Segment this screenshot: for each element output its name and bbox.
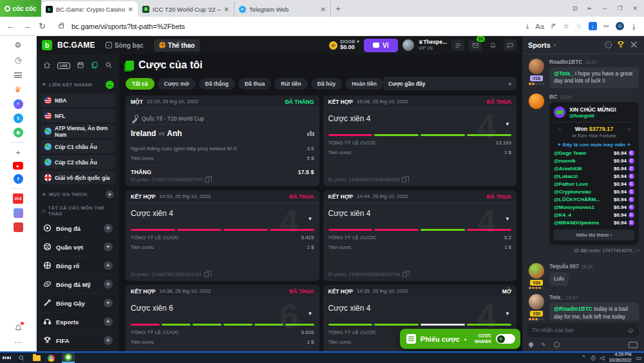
- rain-winner-row[interactable]: @BRANDOjankins$0.94C: [554, 220, 634, 226]
- chat-input[interactable]: Tin nhắn của bạn ☺: [527, 323, 639, 337]
- sidebar-sport-esports[interactable]: Esports+: [41, 313, 115, 331]
- taskbar-clock[interactable]: 4:29 PM10/26/2022: [609, 352, 631, 363]
- coccoc-menu-button[interactable]: cốc cốc: [0, 0, 41, 17]
- taskbar-search-icon[interactable]: [17, 354, 26, 362]
- info-icon[interactable]: !: [605, 41, 612, 48]
- bet-card-combo[interactable]: KẾT HỢP14:53, 25 thg 10, 2022ĐÃ THUA Cượ…: [126, 190, 319, 281]
- wallet-button[interactable]: Ví: [364, 39, 397, 52]
- filter-pill[interactable]: Cược mở: [158, 78, 196, 90]
- sidebar-sport-fifa[interactable]: FIFA+: [41, 331, 115, 350]
- sidebar-quick-link[interactable]: Cúp C2 châu Âu: [41, 155, 115, 169]
- chat-toggle-icon[interactable]: [504, 39, 516, 51]
- sidebar-sport-bóng-đá[interactable]: Bóng đá+: [41, 219, 115, 238]
- coccoc-taskbar-icon[interactable]: [62, 353, 75, 363]
- start-button[interactable]: [3, 354, 11, 362]
- browser-tab-telegram[interactable]: ▸Telegram Web✕: [234, 1, 331, 17]
- file-explorer-icon[interactable]: [32, 354, 41, 362]
- network-icon[interactable]: ⎙: [591, 355, 595, 362]
- volume-icon[interactable]: ◁: [600, 355, 605, 361]
- chevron-right-icon[interactable]: ›: [554, 41, 556, 48]
- avatar[interactable]: [529, 93, 544, 109]
- close-chat-icon[interactable]: ✕: [630, 39, 638, 51]
- my-bets-icon[interactable]: [91, 60, 99, 72]
- add-shortcut-icon[interactable]: ＋: [13, 147, 23, 157]
- sync-icon[interactable]: ∾: [603, 22, 609, 30]
- filter-pill[interactable]: Rút tiền: [274, 78, 308, 90]
- rain-winner-row[interactable]: @Moneymoves1$0.94C: [554, 204, 634, 210]
- rain-winner-row[interactable]: @Cryptonesiac$0.94C: [554, 189, 634, 195]
- rain-bet-id[interactable]: ID đặt cược: 17477414379... ›: [549, 248, 639, 253]
- bet-card-single[interactable]: MỘT12:29, 26 thg 10, 2022ĐÃ THẮNG Quốc T…: [126, 95, 319, 186]
- filter-pill[interactable]: Đã thắng: [199, 78, 235, 90]
- user-info[interactable]: ♛Thespe...VIP 28: [419, 39, 447, 51]
- search-icon[interactable]: [105, 60, 113, 72]
- youtube-icon[interactable]: ▸: [13, 162, 23, 170]
- red-shortcut-icon[interactable]: [14, 222, 23, 232]
- home-icon[interactable]: [43, 60, 51, 72]
- live-icon[interactable]: LIVE: [57, 63, 70, 69]
- bell-icon[interactable]: [486, 39, 499, 51]
- reload-icon[interactable]: ↻: [39, 21, 46, 31]
- rain-winner-row[interactable]: @Father Love$0.94C: [554, 181, 634, 187]
- nav-sports[interactable]: Thế thao: [154, 39, 200, 52]
- filter-pill[interactable]: Hoàn tiền: [345, 78, 383, 90]
- sort-dropdown[interactable]: Cược gần đây▾: [383, 77, 516, 90]
- bet-card-combo[interactable]: KẾT HỢP15:08, 25 thg 10, 2022ĐÃ THUA Cượ…: [323, 95, 517, 186]
- stats-icon[interactable]: [307, 131, 314, 136]
- sidebar-sport-bóng-gậy[interactable]: Bóng Gậy+: [41, 294, 115, 313]
- messenger-icon[interactable]: ⚡: [14, 99, 23, 109]
- mail-icon[interactable]: 99: [469, 39, 482, 51]
- forward-icon[interactable]: →: [23, 21, 31, 31]
- filter-pill[interactable]: Đã thua: [238, 78, 271, 90]
- browser-tab-icc[interactable]: ▣ICC T20 World Cup '22 – $50✕: [138, 1, 234, 17]
- new-tab-button[interactable]: +: [331, 1, 345, 17]
- notification-center-icon[interactable]: ▭: [636, 355, 641, 361]
- downloads-tray-icon[interactable]: ⭳: [630, 23, 638, 30]
- expand-icon[interactable]: ▼: [308, 216, 313, 222]
- avatar[interactable]: [529, 263, 544, 279]
- photo-shortcut-icon[interactable]: [14, 208, 23, 218]
- expand-sport-button[interactable]: +: [104, 261, 113, 270]
- chat-room-selector[interactable]: Sports: [528, 41, 551, 49]
- expand-sport-button[interactable]: +: [104, 317, 113, 326]
- sidebar-quick-link[interactable]: NBA: [41, 93, 115, 107]
- avatar[interactable]: [529, 294, 544, 309]
- gif-keyboard-icon[interactable]: [629, 342, 638, 348]
- settings-gear-icon[interactable]: ⚙: [13, 40, 23, 50]
- cast-icon[interactable]: ⊡: [573, 5, 578, 12]
- crown-icon[interactable]: ♛: [13, 84, 23, 95]
- close-tab-icon[interactable]: ✕: [321, 6, 326, 13]
- rain-winner-row[interactable]: @K4_4$0.94C: [554, 212, 634, 218]
- bookmark-star-icon[interactable]: ☆: [563, 22, 569, 30]
- shield-icon[interactable]: ♢: [576, 22, 582, 30]
- tray-expand-icon[interactable]: ⌃: [582, 355, 587, 361]
- lock-icon[interactable]: [59, 25, 64, 28]
- back-icon[interactable]: ←: [6, 21, 15, 31]
- facebook-icon[interactable]: f: [14, 174, 23, 184]
- copy-icon[interactable]: [204, 272, 209, 277]
- translate-icon[interactable]: Aa: [535, 23, 544, 30]
- copy-icon[interactable]: [402, 272, 407, 277]
- expand-icon[interactable]: ▼: [505, 121, 510, 127]
- quick-bet-toggle[interactable]: [496, 334, 515, 344]
- rules-pen-icon[interactable]: ✎: [541, 342, 546, 348]
- rain-winner-row[interactable]: @LŨČKYCHĂŘM...$0.94C: [554, 197, 634, 202]
- chrome-icon[interactable]: [47, 354, 55, 362]
- more-icon[interactable]: ⋯: [13, 337, 23, 348]
- sidebar-sport-bóng-rổ[interactable]: Bóng rổ+: [41, 257, 115, 275]
- bet-card-combo[interactable]: KẾT HỢP14:38, 25 thg 10, 2022ĐÃ THUA Cượ…: [126, 285, 319, 351]
- browser-tab-bcgame[interactable]: bBC.Game: Crypto Casino Gan✕: [41, 1, 138, 17]
- restore-window-button[interactable]: ❐: [617, 5, 622, 12]
- expand-sport-button[interactable]: +: [104, 336, 113, 345]
- expand-sport-button[interactable]: +: [104, 224, 113, 233]
- tip-coin-icon[interactable]: [554, 342, 560, 348]
- bcgame-logo-icon[interactable]: b: [42, 40, 52, 50]
- twitter-icon[interactable]: t: [14, 113, 23, 123]
- rain-winner-row[interactable]: @noenik$0.94C: [554, 158, 634, 164]
- rain-winner-row[interactable]: @Arashii36$0.94C: [554, 166, 634, 172]
- user-avatar[interactable]: [402, 39, 414, 51]
- rain-winner-row[interactable]: @Lukaczi$0.94C: [554, 173, 634, 179]
- close-window-button[interactable]: ✕: [632, 5, 638, 12]
- share-icon[interactable]: ↱: [551, 22, 556, 30]
- browser-profile-icon[interactable]: ☺: [616, 22, 624, 30]
